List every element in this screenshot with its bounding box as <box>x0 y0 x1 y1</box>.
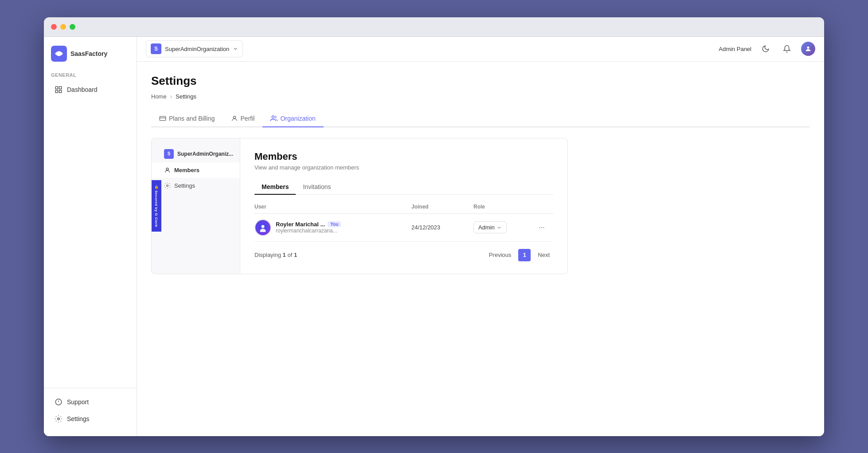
page-number[interactable]: 1 <box>518 249 531 261</box>
notifications-button[interactable] <box>780 42 794 56</box>
tab-organization-label: Organization <box>280 115 315 122</box>
org-nav-members[interactable]: Members <box>152 162 240 178</box>
col-joined: Joined <box>411 204 473 210</box>
svg-rect-3 <box>55 90 58 92</box>
dashboard-icon <box>55 86 63 94</box>
member-avatar-icon <box>258 223 267 232</box>
admin-panel-button[interactable]: Admin Panel <box>719 46 751 52</box>
sidebar: SaasFactory General Dashboard Support <box>44 37 137 436</box>
org-switcher[interactable]: S SuperAdminOrganization <box>146 40 243 57</box>
svg-point-11 <box>166 168 168 170</box>
settings-tabs: Plans and Billing Perfil <box>151 110 810 127</box>
inner-tab-invitations[interactable]: Invitations <box>296 180 338 195</box>
sidebar-item-dashboard[interactable]: Dashboard <box>47 81 133 98</box>
dashboard-label: Dashboard <box>67 86 98 93</box>
col-actions <box>536 204 553 210</box>
pagination-info: Displaying 1 of 1 <box>254 252 297 258</box>
svg-rect-1 <box>55 87 58 89</box>
settings-icon <box>55 415 63 423</box>
org-panel: 🔒 Secured by G Clerk S SuperAdminOrganiz… <box>151 138 568 274</box>
member-avatar <box>254 219 271 236</box>
next-button[interactable]: Next <box>534 250 553 260</box>
tab-profil[interactable]: Perfil <box>223 110 263 127</box>
org-header: S SuperAdminOrganiz... <box>152 146 240 162</box>
org-icon: S <box>151 43 161 54</box>
breadcrumb: Home › Settings <box>151 93 810 100</box>
member-details: Royler Marichal ... You roylermarichalca… <box>276 221 341 234</box>
members-inner-tabs: Members Invitations <box>254 180 553 195</box>
org-content: Members View and manage organization mem… <box>240 138 567 274</box>
org-name: SuperAdminOrganization <box>165 46 229 52</box>
table-row: Royler Marichal ... You roylermarichalca… <box>254 214 553 242</box>
sidebar-item-support[interactable]: Support <box>47 394 133 410</box>
sidebar-bottom: Support Settings <box>44 388 137 427</box>
previous-button[interactable]: Previous <box>485 250 515 260</box>
members-subtitle: View and manage organization members <box>254 164 553 171</box>
tab-plans-billing-label: Plans and Billing <box>169 115 215 122</box>
support-icon <box>55 398 63 406</box>
navbar-right: Admin Panel <box>719 42 815 56</box>
member-email: roylermarichalcarrazana... <box>276 228 341 234</box>
svg-point-14 <box>262 225 265 228</box>
inner-tab-members-label: Members <box>262 183 289 190</box>
org-sidebar: 🔒 Secured by G Clerk S SuperAdminOrganiz… <box>152 138 240 274</box>
page-title: Settings <box>151 74 810 88</box>
profil-icon <box>231 115 238 122</box>
billing-icon <box>159 115 166 122</box>
org-header-name: SuperAdminOrganiz... <box>177 151 233 157</box>
col-role: Role <box>473 204 536 210</box>
table-header: User Joined Role <box>254 204 553 214</box>
tab-organization[interactable]: Organization <box>262 110 323 127</box>
svg-rect-8 <box>160 116 165 120</box>
org-header-icon: S <box>164 149 174 159</box>
svg-point-12 <box>167 185 168 186</box>
dark-mode-button[interactable] <box>759 42 773 56</box>
members-nav-label: Members <box>174 167 199 173</box>
inner-tab-members[interactable]: Members <box>254 180 296 195</box>
svg-point-7 <box>807 47 809 49</box>
logo-label: SaasFactory <box>70 50 107 57</box>
role-value: Admin <box>478 224 495 231</box>
members-table: User Joined Role <box>254 204 553 242</box>
members-nav-icon <box>164 167 171 173</box>
title-bar <box>44 17 824 37</box>
member-name: Royler Marichal ... <box>276 221 325 228</box>
avatar[interactable] <box>801 42 815 56</box>
chevron-icon <box>233 46 238 51</box>
breadcrumb-home[interactable]: Home <box>151 93 167 100</box>
role-select[interactable]: Admin <box>473 221 507 233</box>
clerk-badge: 🔒 Secured by G Clerk <box>152 180 161 232</box>
org-settings-nav-icon <box>164 182 171 189</box>
svg-rect-2 <box>59 87 62 89</box>
inner-tab-invitations-label: Invitations <box>303 183 331 190</box>
breadcrumb-chevron-icon: › <box>170 93 172 100</box>
tab-profil-label: Perfil <box>241 115 255 122</box>
sidebar-item-settings[interactable]: Settings <box>47 410 133 427</box>
minimize-button[interactable] <box>60 24 66 30</box>
general-section-label: General <box>44 72 137 81</box>
pagination: Displaying 1 of 1 Previous 1 Next <box>254 249 553 261</box>
close-button[interactable] <box>51 24 57 30</box>
navbar: S SuperAdminOrganization Admin Panel <box>137 37 824 62</box>
bell-icon <box>783 45 791 53</box>
maximize-button[interactable] <box>70 24 75 30</box>
more-options-button[interactable]: ··· <box>536 221 548 234</box>
window-controls <box>51 24 75 30</box>
user-avatar-icon <box>805 45 812 52</box>
member-joined: 24/12/2023 <box>411 224 473 231</box>
moon-icon <box>762 45 770 53</box>
col-user: User <box>254 204 411 210</box>
logo: SaasFactory <box>44 46 137 72</box>
support-label: Support <box>67 398 89 406</box>
right-panel: S SuperAdminOrganization Admin Panel <box>137 37 824 436</box>
member-name-row: Royler Marichal ... You <box>276 221 341 228</box>
svg-rect-4 <box>59 90 62 92</box>
org-tab-icon <box>270 115 278 122</box>
role-chevron-icon <box>497 225 502 230</box>
svg-point-10 <box>272 116 274 118</box>
org-nav-settings[interactable]: Settings <box>152 178 240 193</box>
settings-nav-label: Settings <box>174 182 195 189</box>
svg-point-6 <box>58 418 60 420</box>
tab-plans-billing[interactable]: Plans and Billing <box>151 110 223 127</box>
breadcrumb-current: Settings <box>176 93 196 100</box>
